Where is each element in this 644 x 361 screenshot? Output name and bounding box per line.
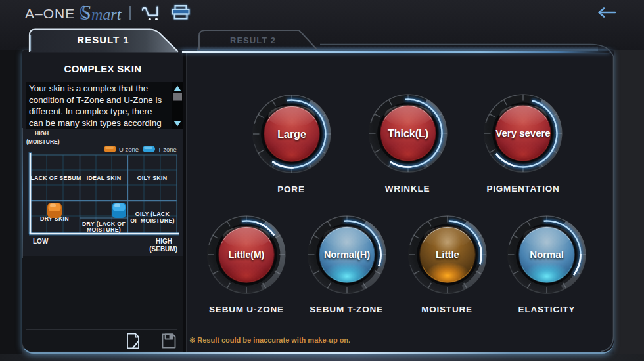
svg-text:OILY SKIN: OILY SKIN [137, 175, 168, 181]
svg-text:Little: Little [436, 249, 459, 260]
svg-text:Thick(L): Thick(L) [387, 128, 428, 139]
svg-text:LOW: LOW [33, 238, 49, 245]
svg-text:Normal: Normal [530, 249, 564, 260]
svg-text:DRY (LACK OF: DRY (LACK OF [82, 221, 126, 227]
svg-text:U zone: U zone [119, 146, 139, 153]
svg-text:IDEAL SKIN: IDEAL SKIN [87, 175, 122, 181]
svg-text:LACK OF SEBUM: LACK OF SEBUM [30, 175, 81, 181]
svg-text:MOISTURE): MOISTURE) [87, 226, 121, 233]
svg-text:Very severe: Very severe [495, 127, 550, 138]
svg-text:Little(M): Little(M) [228, 249, 264, 260]
svg-text:HIGH: HIGH [156, 238, 172, 245]
svg-text:OF MOISTURE): OF MOISTURE) [130, 217, 175, 224]
svg-text:T zone: T zone [158, 146, 177, 153]
svg-text:HIGH: HIGH [35, 130, 49, 137]
svg-text:(MOISTURE): (MOISTURE) [26, 138, 60, 145]
svg-text:Normal(H): Normal(H) [323, 249, 369, 260]
svg-text:OILY (LACK: OILY (LACK [135, 211, 170, 217]
svg-text:Large: Large [277, 129, 306, 140]
svg-text:S: S [80, 1, 91, 24]
svg-text:mart: mart [91, 6, 122, 23]
svg-text:(SEBUM): (SEBUM) [149, 245, 177, 253]
